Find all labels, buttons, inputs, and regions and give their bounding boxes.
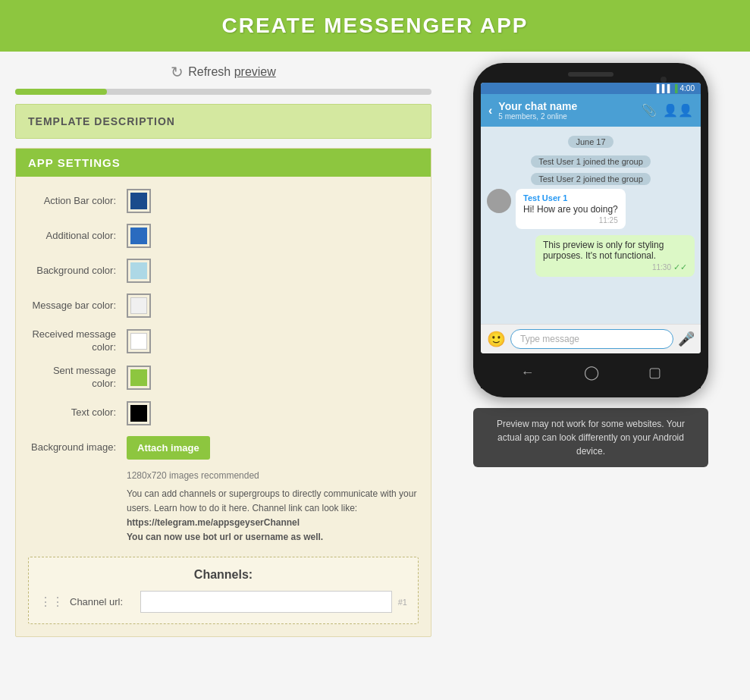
setting-label-background: Background color: (28, 265, 127, 278)
received-bubble: Test User 1 Hi! How are you doing? 11:25 (516, 189, 626, 229)
phone-screen: ▐▐▐ ▐ 4:00 ‹ Your chat name 5 members, 2… (481, 83, 701, 353)
time-display: 4:00 (680, 84, 695, 93)
battery-icon: ▐ (672, 84, 677, 93)
home-nav-icon[interactable]: ◯ (584, 364, 599, 381)
setting-label-additional: Additional color: (28, 230, 127, 243)
setting-additional-color: Additional color: (28, 224, 419, 248)
received-time: 11:25 (523, 216, 618, 224)
chat-members: 5 members, 2 online (498, 112, 635, 121)
app-settings-panel: APP SETTINGS Action Bar color: Additiona… (15, 148, 431, 637)
page-title: CREATE MESSENGER APP (0, 14, 750, 38)
received-sender: Test User 1 (523, 193, 618, 202)
image-recommendation: 1280x720 images recommended (127, 470, 419, 481)
message-input-field[interactable]: Type message (510, 329, 673, 349)
received-text: Hi! How are you doing? (523, 204, 618, 215)
system-message-1: Test User 1 joined the group (487, 154, 695, 168)
channel-url-label: Channel url: (70, 596, 134, 607)
channels-section: Channels: ⋮⋮ Channel url: #1 (28, 557, 419, 624)
refresh-area: ↻ Refresh preview (15, 63, 431, 81)
check-marks-icon: ✓✓ (673, 262, 687, 272)
back-icon[interactable]: ‹ (488, 104, 492, 118)
setting-text-color: Text color: (28, 401, 419, 425)
sent-message: This preview is only for styling purpose… (487, 235, 695, 277)
phone-camera-icon (661, 77, 667, 83)
system-message-2: Test User 2 joined the group (487, 171, 695, 185)
channels-title: Channels: (39, 568, 407, 582)
sent-bubble: This preview is only for styling purpose… (535, 235, 695, 277)
channel-row: ⋮⋮ Channel url: #1 (39, 591, 407, 613)
setting-background-image: Background image: Attach image (28, 436, 419, 460)
chat-title-area: Your chat name 5 members, 2 online (498, 100, 635, 121)
app-settings-title: APP SETTINGS (28, 156, 419, 169)
drag-handle-icon[interactable]: ⋮⋮ (39, 595, 64, 609)
setting-received-message-color: Received message color: (28, 328, 419, 354)
recent-nav-icon[interactable]: ▢ (648, 364, 661, 381)
setting-background-color: Background color: (28, 259, 419, 283)
chat-header-icons: 📎 👤👤 (642, 103, 693, 118)
contacts-icon[interactable]: 👤👤 (663, 103, 693, 118)
setting-sent-message-color: Sent message color: (28, 365, 419, 391)
received-message: Test User 1 Hi! How are you doing? 11:25 (487, 189, 695, 229)
attachment-icon[interactable]: 📎 (642, 103, 657, 118)
phone-mockup: ▐▐▐ ▐ 4:00 ‹ Your chat name 5 members, 2… (473, 63, 708, 397)
progress-bar (15, 89, 431, 95)
chat-name: Your chat name (498, 100, 635, 112)
color-swatch-additional[interactable] (127, 224, 151, 248)
setting-label-text-color: Text color: (28, 407, 127, 419)
signal-icon: ▐▐▐ (654, 84, 670, 93)
page-header: CREATE MESSENGER APP (0, 0, 750, 52)
setting-label-sent-message: Sent message color: (28, 365, 127, 391)
color-swatch-sent-message[interactable] (127, 366, 151, 390)
app-settings-header: APP SETTINGS (16, 149, 431, 177)
progress-bar-fill (15, 89, 107, 95)
setting-label-background-image: Background image: (28, 441, 127, 454)
emoji-icon[interactable]: 🙂 (487, 330, 506, 348)
attach-image-button[interactable]: Attach image (127, 436, 210, 460)
main-content: ↻ Refresh preview TEMPLATE DESCRIPTION A… (0, 52, 750, 648)
setting-label-action-bar: Action Bar color: (28, 195, 127, 208)
color-swatch-action-bar[interactable] (127, 189, 151, 213)
message-input-bar: 🙂 Type message 🎤 (481, 324, 701, 353)
phone-speaker (568, 72, 613, 77)
setting-label-message-bar: Message bar color: (28, 300, 127, 312)
info-bold: You can now use bot url or username as w… (127, 530, 419, 545)
channel-url-input[interactable] (140, 591, 392, 613)
warning-box: Preview may not work for some websites. … (473, 408, 708, 467)
sent-time: 11:30 ✓✓ (543, 262, 687, 272)
status-bar: ▐▐▐ ▐ 4:00 (481, 83, 701, 94)
avatar (487, 189, 511, 213)
date-badge: June 17 (487, 134, 695, 148)
channel-number: #1 (398, 598, 407, 607)
chat-header: ‹ Your chat name 5 members, 2 online 📎 👤… (481, 94, 701, 127)
back-nav-icon[interactable]: ← (521, 365, 535, 381)
channel-link-example: https://telegram.me/appsgeyserChannel (127, 516, 419, 530)
left-panel: ↻ Refresh preview TEMPLATE DESCRIPTION A… (15, 63, 431, 637)
status-icons: ▐▐▐ ▐ 4:00 (654, 84, 695, 93)
info-text: You can add channels or supergroups to d… (127, 487, 419, 545)
right-panel: ▐▐▐ ▐ 4:00 ‹ Your chat name 5 members, 2… (447, 63, 735, 637)
android-nav: ← ◯ ▢ (481, 356, 701, 388)
setting-label-received-message: Received message color: (28, 328, 127, 354)
refresh-label[interactable]: Refresh preview (188, 65, 276, 79)
color-swatch-message-bar[interactable] (127, 293, 151, 318)
refresh-icon: ↻ (171, 63, 184, 81)
color-swatch-text-color[interactable] (127, 401, 151, 425)
sent-text: This preview is only for styling purpose… (543, 240, 687, 261)
chat-messages: June 17 Test User 1 joined the group Tes… (481, 127, 701, 324)
color-swatch-background[interactable] (127, 259, 151, 283)
setting-action-bar-color: Action Bar color: (28, 189, 419, 213)
mic-icon[interactable]: 🎤 (678, 331, 695, 347)
template-description-title: TEMPLATE DESCRIPTION (28, 115, 419, 127)
color-swatch-received-message[interactable] (127, 329, 151, 353)
template-description: TEMPLATE DESCRIPTION (15, 104, 431, 139)
setting-message-bar-color: Message bar color: (28, 293, 419, 318)
